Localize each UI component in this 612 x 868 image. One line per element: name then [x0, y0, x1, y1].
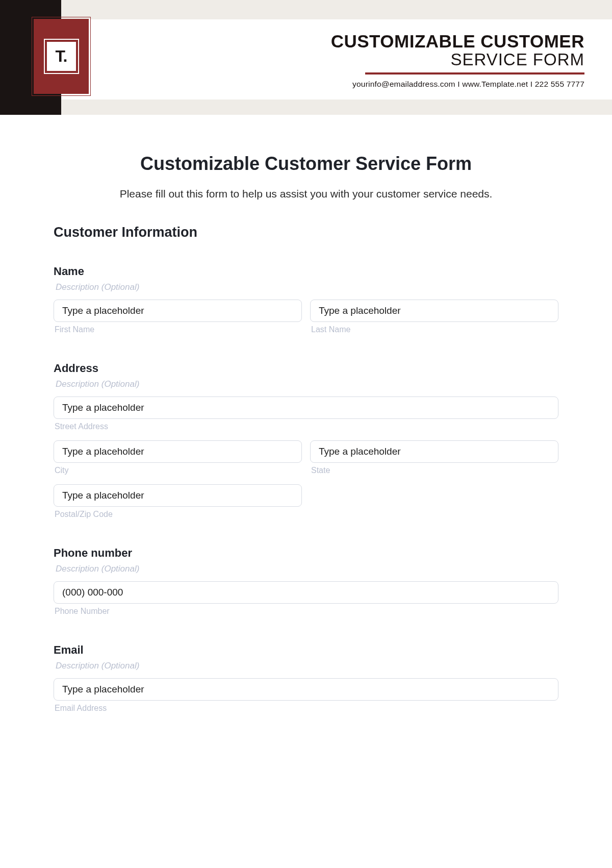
last-name-input[interactable] — [310, 300, 558, 322]
street-address-input[interactable] — [54, 396, 558, 419]
contact-sep2: I — [528, 80, 535, 88]
city-sublabel: City — [54, 466, 302, 475]
address-desc: Description (Optional) — [54, 379, 558, 389]
field-phone: Phone number Description (Optional) Phon… — [54, 547, 558, 616]
phone-sublabel: Phone Number — [54, 607, 558, 616]
field-address: Address Description (Optional) Street Ad… — [54, 362, 558, 519]
header-banner: T. CUSTOMIZABLE CUSTOMER SERVICE FORM yo… — [0, 0, 612, 115]
banner-bg-top — [0, 0, 612, 19]
email-label: Email — [54, 643, 558, 657]
first-name-sublabel: First Name — [54, 325, 302, 334]
first-name-input[interactable] — [54, 300, 302, 322]
banner-bg-bottom — [0, 100, 612, 115]
logo-text: T. — [47, 42, 76, 71]
form-body: Customizable Customer Service Form Pleas… — [0, 115, 612, 713]
form-title: Customizable Customer Service Form — [54, 153, 558, 175]
address-label: Address — [54, 362, 558, 375]
last-name-sublabel: Last Name — [310, 325, 558, 334]
header-title-line1: CUSTOMIZABLE CUSTOMER — [331, 32, 584, 51]
header-contact: yourinfo@emailaddress.com I www.Template… — [331, 80, 584, 89]
form-subtitle: Please fill out this form to help us ass… — [54, 188, 558, 200]
city-input[interactable] — [54, 440, 302, 463]
email-sublabel: Email Address — [54, 704, 558, 713]
state-sublabel: State — [310, 466, 558, 475]
phone-label: Phone number — [54, 547, 558, 560]
logo-box: T. — [34, 19, 89, 94]
field-name: Name Description (Optional) First Name L… — [54, 265, 558, 334]
postal-input[interactable] — [54, 484, 302, 507]
postal-sublabel: Postal/Zip Code — [54, 510, 302, 519]
section-heading-customer-info: Customer Information — [54, 225, 558, 240]
street-address-sublabel: Street Address — [54, 422, 558, 431]
header-title-line2: SERVICE FORM — [331, 51, 584, 69]
name-label: Name — [54, 265, 558, 278]
header-divider — [365, 72, 584, 75]
contact-phone: 222 555 7777 — [535, 80, 584, 88]
phone-desc: Description (Optional) — [54, 564, 558, 574]
state-input[interactable] — [310, 440, 558, 463]
email-input[interactable] — [54, 678, 558, 701]
field-email: Email Description (Optional) Email Addre… — [54, 643, 558, 713]
header-text-block: CUSTOMIZABLE CUSTOMER SERVICE FORM youri… — [331, 32, 584, 89]
name-desc: Description (Optional) — [54, 282, 558, 292]
contact-email: yourinfo@emailaddress.com — [352, 80, 455, 88]
contact-sep1: I — [455, 80, 463, 88]
email-desc: Description (Optional) — [54, 661, 558, 671]
contact-website: www.Template.net — [462, 80, 528, 88]
phone-input[interactable] — [54, 581, 558, 604]
